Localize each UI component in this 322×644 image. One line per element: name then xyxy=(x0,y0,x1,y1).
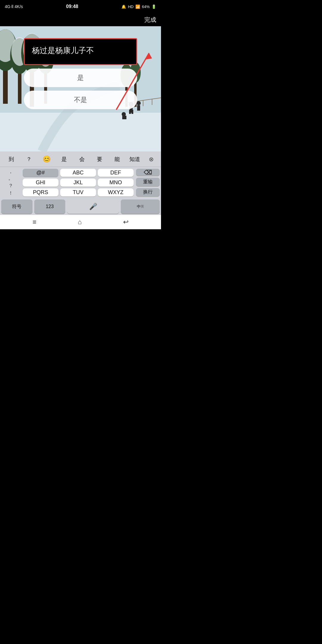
arrow-annotation xyxy=(113,47,155,113)
status-right: 🔔 HD 📶 64% 🔋 xyxy=(121,4,156,9)
battery-icon: 🔋 xyxy=(151,4,156,9)
status-left: 4G·ll 4K/s xyxy=(5,4,23,9)
key-def[interactable]: DEF xyxy=(98,169,134,177)
key-at-hash[interactable]: @# xyxy=(23,169,58,177)
status-time: 09:48 xyxy=(66,4,78,9)
key-abc[interactable]: ABC xyxy=(60,169,96,177)
suggestion-yao[interactable]: 要 xyxy=(91,151,108,167)
suggestion-dao[interactable]: 到 xyxy=(2,151,20,167)
top-action-bar: 完成 xyxy=(0,13,161,26)
done-button[interactable]: 完成 xyxy=(144,16,156,24)
keyboard-main: , 。 ？ ！ @# ABC DEF GHI JKL MNO PQRS TUV … xyxy=(0,167,161,198)
backspace-button[interactable]: ⌫ xyxy=(136,169,160,176)
key-pqrs[interactable]: PQRS xyxy=(23,188,58,196)
content-area: 杨过是杨康儿子不 是 不是 xyxy=(0,26,161,151)
quiz-question-text: 杨过是杨康儿子不 xyxy=(32,46,94,55)
suggestion-emoji[interactable]: 😊 xyxy=(38,151,55,167)
suggestion-hui[interactable]: 会 xyxy=(73,151,91,167)
alarm-icon: 🔔 xyxy=(121,4,126,9)
punct-period[interactable]: 。 xyxy=(1,175,20,182)
num123-button[interactable]: 123 xyxy=(34,199,66,214)
bottom-row: 符号 123 🎤 中英 xyxy=(0,198,161,215)
nav-bar: ≡ ⌂ ↩ xyxy=(0,215,161,229)
svg-rect-2 xyxy=(0,113,161,151)
key-row-2: GHI JKL MNO xyxy=(23,179,134,187)
svg-point-30 xyxy=(122,112,126,116)
punct-exclaim[interactable]: ！ xyxy=(1,190,20,196)
key-row-1: @# ABC DEF xyxy=(23,169,134,177)
menu-icon[interactable]: ≡ xyxy=(32,218,36,226)
punct-comma[interactable]: , xyxy=(1,169,20,174)
key-wxyz[interactable]: WXYZ xyxy=(98,188,134,196)
signal-text: 4G·ll xyxy=(5,4,13,9)
suggestion-delete-button[interactable]: ⊗ xyxy=(144,156,159,163)
mic-icon: 🎤 xyxy=(89,203,97,210)
suggestion-shi[interactable]: 是 xyxy=(55,151,73,167)
key-mno[interactable]: MNO xyxy=(98,179,134,187)
suggestion-bar: 到 ？ 😊 是 会 要 能 知道 ⊗ xyxy=(0,151,161,167)
back-icon[interactable]: ↩ xyxy=(123,218,129,226)
right-column: ⌫ 重输 换行 xyxy=(135,167,161,198)
key-tuv[interactable]: TUV xyxy=(60,188,96,196)
main-keyboard: @# ABC DEF GHI JKL MNO PQRS TUV WXYZ xyxy=(21,167,135,198)
suggestion-zhi[interactable]: 知道 xyxy=(126,151,144,167)
key-jkl[interactable]: JKL xyxy=(60,179,96,187)
punct-column: , 。 ？ ！ xyxy=(0,167,21,198)
chongru-button[interactable]: 重输 xyxy=(136,178,160,186)
wifi-icon: 📶 xyxy=(135,4,140,9)
key-ghi[interactable]: GHI xyxy=(23,179,58,187)
circle-x-icon: ⊗ xyxy=(149,156,154,163)
home-icon[interactable]: ⌂ xyxy=(78,218,82,226)
punct-question[interactable]: ？ xyxy=(1,183,20,189)
backspace-icon: ⌫ xyxy=(144,169,152,176)
battery-text: 64% xyxy=(142,4,150,9)
keyboard-area: 到 ？ 😊 是 会 要 能 知道 ⊗ , 。 ？ ！ @# ABC DEF GH… xyxy=(0,151,161,215)
suggestion-neng[interactable]: 能 xyxy=(109,151,126,167)
fuhao-button[interactable]: 符号 xyxy=(1,199,32,214)
hd-badge: HD xyxy=(128,4,134,9)
svg-rect-31 xyxy=(122,116,126,119)
huanhang-button[interactable]: 换行 xyxy=(136,188,160,197)
suggestion-question[interactable]: ？ xyxy=(20,151,38,167)
speed-text: 4K/s xyxy=(15,4,23,9)
status-bar: 4G·ll 4K/s 09:48 🔔 HD 📶 64% 🔋 xyxy=(0,0,161,13)
svg-line-32 xyxy=(116,53,149,110)
mic-button[interactable]: 🎤 xyxy=(67,199,119,214)
lang-switch-button[interactable]: 中英 xyxy=(121,199,160,214)
key-row-3: PQRS TUV WXYZ xyxy=(23,188,134,196)
